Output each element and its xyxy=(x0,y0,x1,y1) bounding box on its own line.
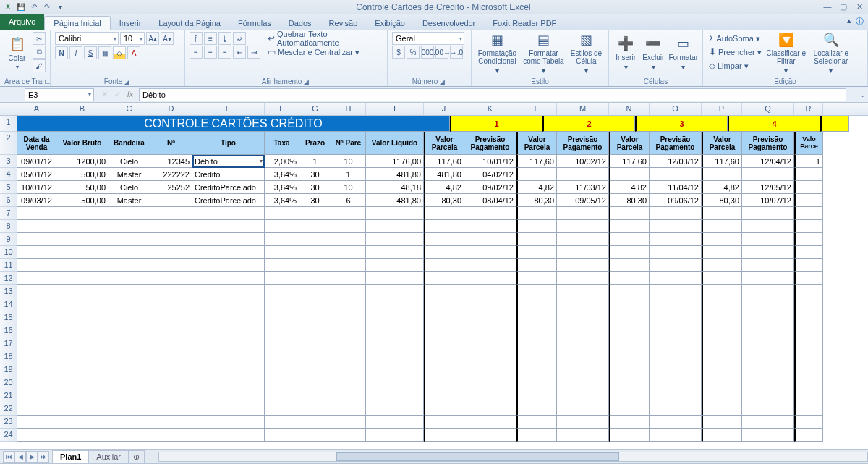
cell[interactable] xyxy=(56,285,109,298)
cell[interactable] xyxy=(299,272,331,285)
fill-color-icon[interactable]: ◇ xyxy=(113,46,126,59)
cell[interactable] xyxy=(464,246,516,259)
cell[interactable] xyxy=(742,311,794,324)
ribbon-minimize-icon[interactable]: ▴ xyxy=(847,16,851,27)
number-format-combo[interactable]: Geral xyxy=(392,32,464,45)
cell[interactable]: 481,80 xyxy=(424,168,464,181)
cell[interactable] xyxy=(265,311,299,324)
cell[interactable] xyxy=(557,363,609,376)
cell[interactable] xyxy=(265,429,299,442)
wrap-text-button[interactable]: ↩Quebrar Texto Automaticamente xyxy=(266,32,383,45)
cell[interactable] xyxy=(609,246,650,259)
cell[interactable]: 1200,00 xyxy=(56,155,109,168)
cell[interactable]: 9 xyxy=(0,233,17,246)
cell[interactable] xyxy=(650,350,702,363)
undo-icon[interactable]: ↶ xyxy=(29,2,39,12)
font-name-combo[interactable]: Calibri xyxy=(55,32,119,45)
cell[interactable] xyxy=(794,311,823,324)
minimize-button[interactable]: — xyxy=(822,2,833,12)
cell[interactable] xyxy=(299,233,331,246)
cell[interactable] xyxy=(265,389,299,402)
increase-indent-icon[interactable]: ⇥ xyxy=(247,46,260,59)
cell[interactable]: 481,80 xyxy=(366,168,424,181)
col-G[interactable]: G xyxy=(299,103,331,115)
cell[interactable] xyxy=(794,285,823,298)
cell[interactable] xyxy=(557,416,609,429)
autosum-button[interactable]: ΣAutoSoma ▾ xyxy=(707,32,763,45)
cell[interactable]: 4,82 xyxy=(702,181,742,194)
cell[interactable] xyxy=(424,259,464,272)
cell[interactable] xyxy=(150,337,192,350)
cell[interactable] xyxy=(424,220,464,233)
cell[interactable] xyxy=(109,429,150,442)
cell[interactable] xyxy=(331,337,366,350)
cell[interactable]: 09/06/12 xyxy=(650,194,702,207)
cell[interactable] xyxy=(742,298,794,311)
cell[interactable] xyxy=(516,429,557,442)
cell[interactable]: Prazo xyxy=(299,132,331,155)
cell[interactable] xyxy=(17,311,56,324)
cell[interactable]: 7 xyxy=(0,207,17,220)
cell[interactable] xyxy=(609,389,650,402)
cell[interactable]: 09/03/12 xyxy=(17,194,56,207)
cell[interactable] xyxy=(331,429,366,442)
cell[interactable] xyxy=(742,389,794,402)
cell[interactable]: 12 xyxy=(0,272,17,285)
col-J[interactable]: J xyxy=(424,103,464,115)
cell[interactable] xyxy=(192,233,265,246)
cell[interactable] xyxy=(702,402,742,416)
cell[interactable] xyxy=(17,402,56,416)
delete-cells-button[interactable]: ➖Excluir▾ xyxy=(641,32,665,74)
cell[interactable] xyxy=(650,233,702,246)
cell[interactable]: Cielo xyxy=(109,181,150,194)
cell[interactable] xyxy=(794,233,823,246)
cell[interactable] xyxy=(366,429,424,442)
cell[interactable] xyxy=(56,207,109,220)
cell[interactable] xyxy=(150,194,192,207)
worksheet-grid[interactable]: A B C D E F G H I J K L M N O P Q R 1CON… xyxy=(0,103,868,449)
cell[interactable] xyxy=(650,363,702,376)
cell[interactable] xyxy=(702,337,742,350)
cell[interactable] xyxy=(109,416,150,429)
cell[interactable] xyxy=(650,207,702,220)
cell[interactable] xyxy=(265,337,299,350)
cell[interactable] xyxy=(192,207,265,220)
cell[interactable] xyxy=(424,416,464,429)
merge-center-button[interactable]: ▭Mesclar e Centralizar ▾ xyxy=(266,46,383,59)
tab-foxit[interactable]: Foxit Reader PDF xyxy=(484,17,565,30)
cell[interactable] xyxy=(192,363,265,376)
insert-cells-button[interactable]: ➕Inserir▾ xyxy=(613,32,638,74)
cell[interactable] xyxy=(109,389,150,402)
cell[interactable] xyxy=(331,259,366,272)
cell[interactable] xyxy=(109,207,150,220)
save-icon[interactable]: 💾 xyxy=(16,2,26,12)
cell[interactable] xyxy=(557,272,609,285)
col-C[interactable]: C xyxy=(109,103,150,115)
cell[interactable] xyxy=(794,298,823,311)
cell[interactable] xyxy=(192,285,265,298)
cell[interactable]: 11 xyxy=(0,259,17,272)
cell[interactable]: Nº Parc xyxy=(331,132,366,155)
border-icon[interactable]: ▦ xyxy=(98,46,111,59)
cell[interactable] xyxy=(331,389,366,402)
cell-styles-button[interactable]: ▧Estilos de Célula▾ xyxy=(569,32,604,74)
cell[interactable]: 2 xyxy=(542,116,635,132)
cell[interactable]: 12/05/12 xyxy=(742,181,794,194)
cell[interactable] xyxy=(702,350,742,363)
cell[interactable] xyxy=(366,298,424,311)
cell[interactable] xyxy=(464,207,516,220)
cell[interactable] xyxy=(516,337,557,350)
cell[interactable] xyxy=(299,350,331,363)
cell[interactable] xyxy=(516,285,557,298)
cell[interactable] xyxy=(192,259,265,272)
cell[interactable] xyxy=(299,207,331,220)
cell[interactable] xyxy=(424,285,464,298)
cell[interactable] xyxy=(17,259,56,272)
cell[interactable]: 117,60 xyxy=(516,155,557,168)
cell[interactable] xyxy=(299,429,331,442)
cell[interactable]: 1 xyxy=(299,155,331,168)
cell[interactable]: 30 xyxy=(299,194,331,207)
cell[interactable] xyxy=(794,429,823,442)
cell[interactable] xyxy=(650,285,702,298)
cell[interactable]: CONTROLE CARTÕES CRÉDITO xyxy=(17,116,450,132)
